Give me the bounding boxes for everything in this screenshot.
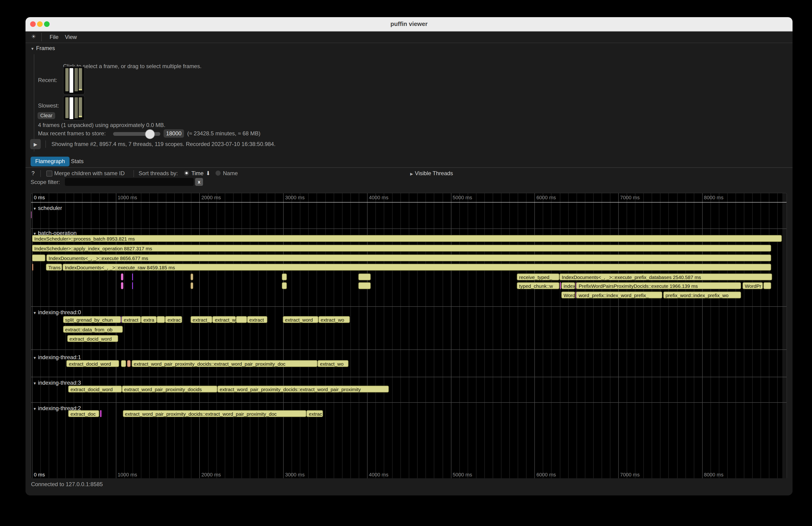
- flame-bar[interactable]: IndexDocuments<_, _>::execute 8656.677 m…: [46, 254, 771, 261]
- flame-bar[interactable]: [282, 282, 287, 289]
- sort-direction-icon[interactable]: ⬇: [206, 170, 211, 177]
- max-frames-value[interactable]: 18000: [164, 129, 184, 138]
- flame-bar[interactable]: extract: [121, 316, 141, 323]
- flame-bar[interactable]: IndexScheduler>::process_batch 8953.821 …: [32, 235, 782, 242]
- divider: [45, 141, 46, 148]
- flame-bar[interactable]: IndexDocuments<_, _>::execute_prefix_dat…: [560, 274, 772, 280]
- frame-bar[interactable]: [79, 68, 82, 90]
- flame-bar[interactable]: [282, 274, 287, 280]
- frame-bar-selected[interactable]: [70, 97, 73, 119]
- frames-summary: 4 frames (1 unpacked) using approximatel…: [38, 122, 165, 128]
- frames-indent-line: [34, 54, 34, 151]
- flame-bar[interactable]: extract_word_pair_proximity_docids::extr…: [122, 410, 307, 417]
- flame-bar[interactable]: [560, 282, 561, 289]
- flame-bar[interactable]: [132, 282, 133, 289]
- flame-bar[interactable]: extract_word_pair_proximity_docids: [122, 385, 217, 392]
- flame-bar[interactable]: [190, 282, 193, 289]
- flamegraph-panel[interactable]: 0 ms0 ms1000 ms1000 ms2000 ms2000 ms3000…: [31, 193, 787, 479]
- flame-bar[interactable]: extract::data_from_ob: [63, 325, 123, 333]
- sort-name-radio[interactable]: [216, 171, 221, 176]
- minimize-button[interactable]: [37, 21, 43, 27]
- merge-checkbox[interactable]: [46, 171, 53, 177]
- sort-time-radio[interactable]: [184, 171, 189, 176]
- slowest-frames-thumbnail[interactable]: [63, 96, 85, 120]
- flame-bar[interactable]: [31, 211, 31, 218]
- tab-stats[interactable]: Stats: [66, 157, 88, 166]
- help-button[interactable]: ?: [31, 170, 34, 177]
- flame-bar[interactable]: [358, 282, 371, 289]
- tab-flamegraph[interactable]: Flamegraph: [31, 157, 70, 166]
- flame-bar[interactable]: prefix_word::index_prefix_wo: [663, 292, 741, 298]
- zoom-button[interactable]: [44, 21, 49, 27]
- menu-file[interactable]: File: [49, 31, 59, 43]
- flame-bar[interactable]: extract_word_pair_proximity_docids::extr…: [131, 360, 318, 367]
- flame-bar[interactable]: IndexDocuments<_, _>::execute_raw 8459.1…: [62, 264, 771, 271]
- flame-bar[interactable]: [190, 274, 193, 280]
- ruler-label: 3000 ms: [285, 472, 304, 477]
- clear-filter-button[interactable]: x: [195, 178, 203, 186]
- frames-header[interactable]: ▼Frames: [31, 45, 55, 52]
- beyond-frame-area: [782, 193, 786, 479]
- titlebar[interactable]: puffin viewer: [26, 17, 793, 31]
- flame-bar[interactable]: extract_wo: [318, 360, 349, 367]
- sun-icon[interactable]: ☀: [31, 33, 36, 40]
- thread-header-scheduler[interactable]: ▼scheduler: [33, 205, 62, 211]
- flame-bar[interactable]: [763, 282, 771, 289]
- flame-bar[interactable]: PrefixWordPairsProximityDocids::execute …: [576, 282, 741, 289]
- frame-bar[interactable]: [75, 68, 78, 91]
- menu-view[interactable]: View: [65, 31, 77, 43]
- flame-bar[interactable]: [127, 360, 131, 367]
- flame-bar[interactable]: extract_word: [283, 316, 318, 323]
- flame-bar[interactable]: extract_docid_word: [67, 335, 118, 342]
- flame-bar[interactable]: [121, 282, 123, 289]
- flame-bar[interactable]: [157, 316, 165, 323]
- close-button[interactable]: [30, 21, 36, 27]
- clear-button[interactable]: Clear: [38, 112, 55, 119]
- flame-bar[interactable]: [32, 264, 33, 271]
- flame-bar[interactable]: WordPr: [742, 282, 763, 289]
- frame-bar[interactable]: [75, 97, 78, 118]
- thread-header-indexing-thread:1[interactable]: ▼indexing-thread:1: [33, 354, 81, 361]
- flame-bar[interactable]: [32, 254, 46, 261]
- flame-bar[interactable]: extrac: [307, 410, 323, 417]
- thread-header-indexing-thread:0[interactable]: ▼indexing-thread:0: [33, 309, 81, 316]
- flame-bar[interactable]: receive_typed_: [517, 274, 560, 280]
- flame-bar[interactable]: [121, 360, 126, 367]
- frame-bar[interactable]: [66, 97, 69, 118]
- flame-bar[interactable]: [121, 274, 123, 280]
- frame-bar[interactable]: [66, 68, 69, 91]
- flame-bar[interactable]: extract_: [190, 316, 213, 323]
- visible-threads-header[interactable]: ▶Visible Threads: [410, 170, 453, 177]
- flame-bar[interactable]: extract_docid_word: [68, 385, 122, 392]
- flame-bar[interactable]: word_prefix::index_word_prefix_: [576, 292, 662, 298]
- flame-bar[interactable]: extract_docid_word: [67, 360, 119, 367]
- flame-bar[interactable]: extract: [247, 316, 267, 323]
- thread-header-indexing-thread:3[interactable]: ▼indexing-thread:3: [33, 380, 81, 386]
- flame-bar[interactable]: index: [561, 282, 575, 289]
- flame-bar[interactable]: extra: [141, 316, 157, 323]
- flame-bar[interactable]: Trans: [46, 264, 62, 271]
- flame-bar[interactable]: [121, 316, 121, 323]
- play-button[interactable]: ▶: [30, 139, 41, 149]
- flame-bar[interactable]: extract_doc: [68, 410, 99, 417]
- flame-bar[interactable]: [236, 316, 247, 323]
- ruler-label: 0 ms: [34, 195, 45, 200]
- flame-bar[interactable]: extract_wo: [318, 316, 350, 323]
- flame-bar[interactable]: extrac: [165, 316, 182, 323]
- frame-bar[interactable]: [79, 97, 82, 117]
- flame-bar[interactable]: typed_chunk::w: [517, 282, 560, 289]
- flame-bar[interactable]: IndexScheduler>::apply_index_operation 8…: [32, 245, 771, 251]
- flame-bar[interactable]: extract_w: [213, 316, 236, 323]
- max-frames-slider-knob[interactable]: [145, 129, 155, 139]
- recent-frames-thumbnail[interactable]: [63, 66, 85, 94]
- sort-time-label[interactable]: Time: [191, 170, 203, 177]
- frame-bar-selected[interactable]: [70, 68, 73, 93]
- flame-bar[interactable]: extract_word_pair_proximity_docids::extr…: [217, 385, 389, 392]
- flame-bar[interactable]: [132, 274, 133, 280]
- flame-bar[interactable]: Word: [561, 292, 575, 298]
- flame-bar[interactable]: [100, 410, 102, 417]
- flame-bar[interactable]: split_grenad_by_chun: [63, 316, 121, 323]
- flame-bar[interactable]: [358, 274, 371, 280]
- scope-filter-input[interactable]: [65, 178, 194, 186]
- sort-name-label[interactable]: Name: [223, 170, 238, 177]
